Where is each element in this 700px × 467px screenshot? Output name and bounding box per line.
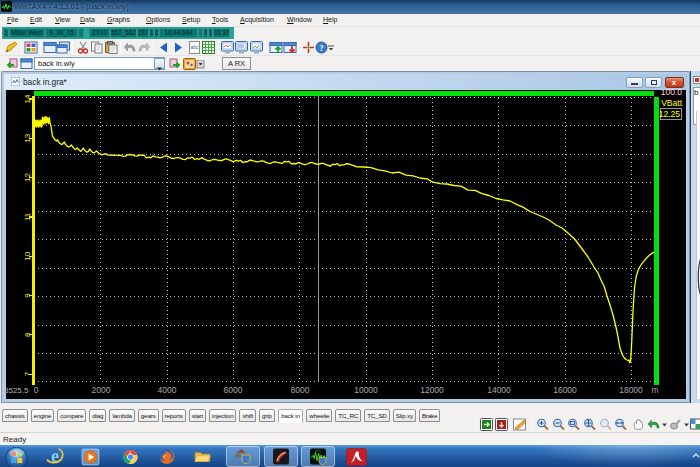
svg-text:9: 9 (23, 293, 32, 298)
svg-text:7: 7 (23, 371, 32, 376)
svg-text:m: m (651, 385, 658, 395)
svg-text:12.25: 12.25 (659, 109, 681, 119)
svg-text:0: 0 (34, 385, 39, 395)
svg-text:12: 12 (23, 173, 32, 182)
svg-text:10000: 10000 (354, 385, 378, 395)
svg-text:14: 14 (23, 94, 32, 103)
svg-text:8: 8 (23, 332, 32, 337)
svg-text:6000: 6000 (224, 385, 243, 395)
svg-text:10: 10 (23, 251, 32, 260)
svg-text:100.0: 100.0 (661, 87, 683, 97)
svg-text:13: 13 (23, 133, 32, 142)
svg-text:4000: 4000 (158, 385, 177, 395)
svg-text:14000: 14000 (487, 385, 511, 395)
svg-text:8000: 8000 (291, 385, 310, 395)
svg-text:18000: 18000 (619, 385, 643, 395)
svg-text:12000: 12000 (420, 385, 444, 395)
svg-text:2000: 2000 (92, 385, 111, 395)
svg-text:8525.5: 8525.5 (4, 386, 29, 395)
svg-text:VBatt: VBatt (661, 98, 682, 108)
svg-text:11: 11 (23, 212, 32, 221)
svg-text:16000: 16000 (553, 385, 577, 395)
